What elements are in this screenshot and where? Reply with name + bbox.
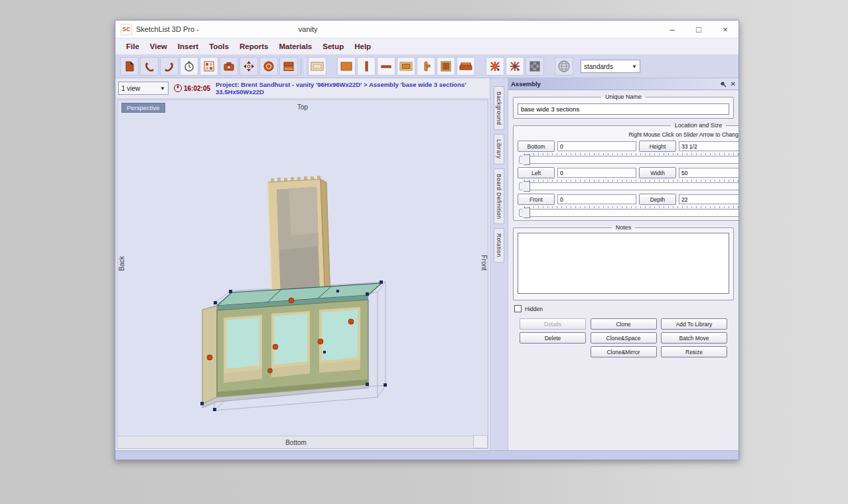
info-bar: 1 view ▼ 16:02:05 Project: Brent Sandhur… xyxy=(115,78,490,99)
layout-grid-icon xyxy=(203,60,215,72)
toolbar-button-delete-board[interactable] xyxy=(486,57,504,76)
toolbar-button-stopwatch[interactable] xyxy=(180,57,198,76)
horizontal-divider-icon xyxy=(380,60,392,72)
depth-input[interactable] xyxy=(679,194,739,204)
toolbar-button-globe[interactable] xyxy=(555,57,573,76)
toolbar-button-redo[interactable] xyxy=(160,57,178,76)
board-outline-icon xyxy=(311,61,324,72)
tab-rotation[interactable]: Rotation xyxy=(494,228,504,263)
delete-assembly-icon xyxy=(509,60,521,72)
redo-icon xyxy=(163,60,175,72)
viewport-3d[interactable]: Perspective Top Back Front xyxy=(117,99,488,449)
globe-icon xyxy=(557,60,571,73)
width-slider[interactable] xyxy=(518,180,739,190)
toolbar-button-delete-assembly[interactable] xyxy=(506,57,524,76)
slider-track[interactable] xyxy=(519,182,739,190)
menu-setup[interactable]: Setup xyxy=(317,42,349,50)
height-input[interactable] xyxy=(679,141,739,151)
toolbar-button-lathe[interactable] xyxy=(259,57,278,76)
clone-mirror-button[interactable]: Clone&Mirror xyxy=(591,346,657,357)
panel-close-icon[interactable]: ✕ xyxy=(731,81,736,88)
panel-icon xyxy=(340,61,353,72)
viewport-corner-button[interactable] xyxy=(473,435,488,448)
clone-space-button[interactable]: Clone&Space xyxy=(591,332,657,344)
batch-move-button[interactable]: Batch Move xyxy=(661,332,727,344)
toolbar-button-undo[interactable] xyxy=(140,57,159,76)
minimize-button[interactable]: – xyxy=(659,21,685,38)
pin-icon[interactable] xyxy=(720,81,727,88)
view-count-dropdown[interactable]: 1 view ▼ xyxy=(118,82,169,95)
model-vanity-assembly[interactable] xyxy=(117,100,488,432)
tab-background[interactable]: Background xyxy=(494,86,504,130)
slider-ticks xyxy=(524,153,739,155)
menu-help[interactable]: Help xyxy=(349,42,376,50)
close-button[interactable]: × xyxy=(712,21,739,38)
delete-button[interactable]: Delete xyxy=(520,332,586,344)
bottom-input[interactable] xyxy=(557,141,636,151)
slider-track[interactable] xyxy=(519,209,739,217)
viewport-bottom-strip: Bottom xyxy=(117,436,474,448)
menu-file[interactable]: File xyxy=(121,42,145,50)
maximize-button[interactable]: □ xyxy=(685,21,712,38)
notes-textarea[interactable] xyxy=(518,233,729,294)
assembly-panel-title: Assembly xyxy=(511,80,541,88)
unique-name-input[interactable] xyxy=(518,103,729,115)
lathe-icon xyxy=(263,60,275,72)
toolbar: standards ▼ xyxy=(115,55,739,78)
bottom-button[interactable]: Bottom xyxy=(518,141,555,152)
toolbar-button-drawer[interactable] xyxy=(457,57,475,76)
framed-panel-icon xyxy=(399,61,413,72)
app-title: SketchList 3D Pro - xyxy=(136,25,199,33)
clamp-icon xyxy=(420,60,432,72)
clock-icon xyxy=(174,84,182,92)
front-button[interactable]: Front xyxy=(518,194,555,205)
toolbar-button-board-outline[interactable] xyxy=(308,57,326,76)
toolbar-button-door[interactable] xyxy=(437,57,455,76)
menu-tools[interactable]: Tools xyxy=(204,42,234,50)
toolbar-button-move[interactable] xyxy=(240,57,258,76)
front-input[interactable] xyxy=(557,194,636,204)
document-title: vanity xyxy=(299,25,318,33)
toolbar-button-clamp[interactable] xyxy=(417,57,435,76)
assembly-panel-header: Assembly ✕ xyxy=(508,78,739,90)
timer-value: 16:02:05 xyxy=(184,85,210,92)
clone-button[interactable]: Clone xyxy=(591,318,657,330)
tab-board-definition[interactable]: Board Definition xyxy=(494,168,504,224)
location-size-group: Location and Size Right Mouse Click on S… xyxy=(513,122,739,221)
standards-dropdown-value: standards xyxy=(584,63,613,70)
details-button[interactable]: Details xyxy=(520,318,586,330)
toolbar-button-new-board[interactable] xyxy=(120,57,139,76)
toolbar-button-layout-grid[interactable] xyxy=(200,57,218,76)
vertical-divider-icon xyxy=(360,60,372,72)
menu-insert[interactable]: Insert xyxy=(173,42,204,50)
tab-library[interactable]: Library xyxy=(494,134,504,164)
project-breadcrumb: Project: Brent Sandhurst - vanity '96Hx9… xyxy=(216,81,466,95)
depth-button[interactable]: Depth xyxy=(639,194,676,205)
toolbar-button-shelf-stack[interactable] xyxy=(279,57,298,76)
left-input[interactable] xyxy=(557,168,636,178)
project-breadcrumb-line2: 33.5Hx50Wx22D xyxy=(216,88,466,95)
toolbar-button-horizontal-divider[interactable] xyxy=(377,57,395,76)
height-slider[interactable] xyxy=(518,153,739,164)
resize-button[interactable]: Resize xyxy=(661,346,727,357)
menu-view[interactable]: View xyxy=(145,42,173,50)
toolbar-button-vertical-divider[interactable] xyxy=(357,57,376,76)
toolbar-button-panel[interactable] xyxy=(337,57,356,76)
height-button[interactable]: Height xyxy=(639,141,676,152)
left-button[interactable]: Left xyxy=(518,167,555,178)
toolbar-button-camera[interactable] xyxy=(220,57,238,76)
toolbar-button-framed-panel[interactable] xyxy=(397,57,415,76)
hidden-checkbox[interactable] xyxy=(514,305,522,312)
standards-dropdown[interactable]: standards ▼ xyxy=(581,60,640,73)
slider-track[interactable] xyxy=(519,156,739,164)
menu-materials[interactable]: Materials xyxy=(273,42,317,50)
app-window: SC SketchList 3D Pro - vanity – □ × File… xyxy=(115,20,739,460)
toolbar-button-texture[interactable] xyxy=(526,57,544,76)
menu-reports[interactable]: Reports xyxy=(234,42,273,50)
width-input[interactable] xyxy=(679,168,739,178)
depth-slider[interactable] xyxy=(518,206,739,217)
action-buttons: Details Delete Clone Clone&Space Clone&M… xyxy=(513,316,734,357)
chevron-down-icon: ▼ xyxy=(160,86,165,92)
width-button[interactable]: Width xyxy=(639,167,676,178)
add-to-library-button[interactable]: Add To Library xyxy=(661,318,727,330)
